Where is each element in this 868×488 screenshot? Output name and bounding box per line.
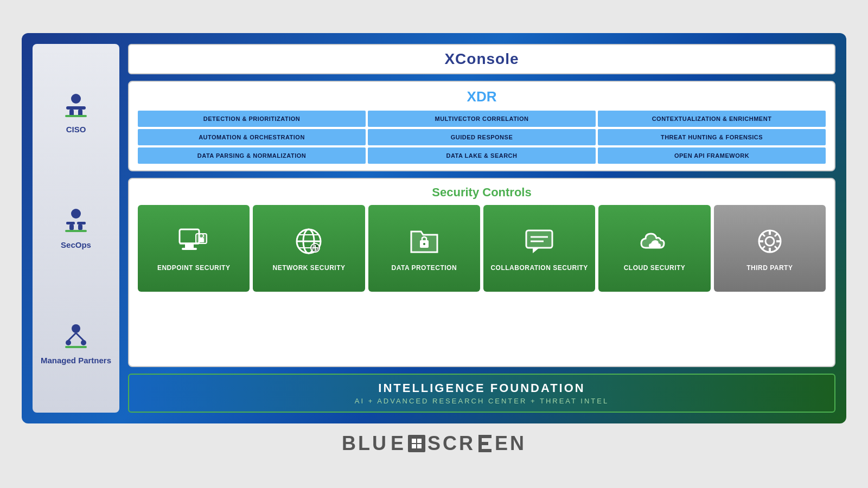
security-card-icon-1 [291, 224, 326, 259]
security-card-icon-2 [407, 224, 442, 259]
svg-rect-10 [65, 230, 87, 232]
security-card-4: CLOUD SECURITY [598, 205, 710, 292]
intel-title: INTELLIGENCE FOUNDATION [140, 381, 824, 395]
xdr-cell-7: DATA LAKE & SEARCH [368, 147, 596, 164]
svg-rect-48 [417, 439, 422, 443]
xconsole-bar: XConsole [128, 44, 835, 74]
managed-partners-icon [61, 322, 91, 352]
security-card-icon-0 [176, 224, 211, 259]
security-card-label-2: DATA PROTECTION [392, 264, 457, 273]
managed-partners-label: Managed Partners [41, 356, 111, 365]
security-card-icon-5 [752, 224, 787, 259]
security-card-0: ENDPOINT SECURITY [138, 205, 250, 292]
svg-line-45 [775, 233, 778, 236]
main-content-area: XConsole XDR DETECTION & PRIORITIZATIONM… [128, 44, 835, 413]
svg-point-33 [423, 243, 425, 245]
xdr-cell-8: OPEN API FRAMEWORK [598, 147, 826, 164]
svg-rect-22 [199, 238, 204, 242]
svg-rect-34 [526, 230, 552, 248]
logo-text-blue: BLU [342, 432, 388, 455]
security-card-label-0: ENDPOINT SECURITY [157, 264, 231, 273]
xdr-cell-5: THREAT HUNTING & FORENSICS [598, 129, 826, 145]
xdr-cell-2: CONTEXTUALIZATION & ENRICHMENT [598, 111, 826, 127]
security-controls-title: Security Controls [138, 185, 826, 200]
svg-line-46 [762, 246, 765, 249]
sidebar: CISO SecOps [33, 44, 119, 413]
logo-text-en: EN [495, 432, 526, 455]
security-card-1: NETWORK SECURITY [253, 205, 365, 292]
svg-point-5 [71, 209, 81, 219]
security-card-2: DATA PROTECTION [368, 205, 480, 292]
svg-rect-49 [412, 444, 416, 448]
svg-point-15 [81, 340, 86, 345]
logo-text-screen: SCR [427, 432, 475, 455]
logo-icon-box [408, 435, 425, 452]
security-card-label-1: NETWORK SECURITY [272, 264, 345, 273]
svg-rect-6 [66, 222, 75, 224]
xdr-grid: DETECTION & PRIORITIZATIONMULTIVECTOR CO… [138, 111, 826, 164]
security-card-5: THIRD PARTY [714, 205, 826, 292]
sidebar-item-secops: SecOps [61, 207, 91, 250]
svg-point-0 [71, 94, 81, 104]
xdr-title: XDR [138, 88, 826, 105]
svg-rect-47 [412, 439, 416, 443]
bluescreen-logo: BLUE SCR EN [342, 432, 526, 455]
svg-rect-50 [417, 444, 422, 448]
security-controls-section: Security Controls ENDPOINT SECURITY NETW… [128, 178, 835, 367]
sidebar-item-managed-partners: Managed Partners [41, 322, 111, 365]
svg-rect-4 [65, 115, 87, 117]
xdr-cell-1: MULTIVECTOR CORRELATION [368, 111, 596, 127]
svg-rect-20 [182, 248, 197, 250]
svg-rect-19 [185, 243, 194, 248]
security-card-icon-3 [522, 224, 557, 259]
xdr-cell-3: AUTOMATION & ORCHESTRATION [138, 129, 366, 145]
intel-subtitle: AI + ADVANCED RESEARCH CENTER + THREAT I… [140, 397, 824, 405]
svg-rect-1 [66, 106, 86, 110]
intelligence-foundation-bar: INTELLIGENCE FOUNDATION AI + ADVANCED RE… [128, 374, 835, 413]
sidebar-item-ciso: CISO [61, 91, 91, 134]
security-card-3: COLLABORATION SECURITY [483, 205, 595, 292]
security-card-label-3: COLLABORATION SECURITY [490, 264, 588, 273]
xdr-cell-6: DATA PARSING & NORMALIZATION [138, 147, 366, 164]
security-card-label-5: THIRD PARTY [746, 264, 793, 273]
security-card-icon-4 [637, 224, 672, 259]
svg-line-12 [68, 333, 76, 341]
xconsole-title: XConsole [444, 50, 519, 68]
svg-rect-16 [65, 346, 87, 348]
security-card-label-4: CLOUD SECURITY [624, 264, 686, 273]
logo-e-icon [477, 434, 493, 453]
security-grid: ENDPOINT SECURITY NETWORK SECURITY DATA … [138, 205, 826, 292]
ciso-icon [61, 91, 91, 121]
svg-line-13 [76, 333, 84, 341]
secops-icon [61, 207, 91, 237]
xdr-cell-0: DETECTION & PRIORITIZATION [138, 111, 366, 127]
svg-rect-54 [478, 435, 482, 452]
ciso-label: CISO [66, 125, 86, 134]
svg-point-14 [66, 340, 71, 345]
svg-line-44 [775, 246, 778, 249]
svg-rect-7 [77, 222, 86, 224]
secops-label: SecOps [61, 240, 91, 250]
main-diagram: CISO SecOps [22, 33, 846, 423]
svg-line-43 [762, 233, 765, 236]
svg-point-11 [72, 324, 80, 333]
xdr-section: XDR DETECTION & PRIORITIZATIONMULTIVECTO… [128, 81, 835, 171]
svg-rect-9 [78, 224, 82, 230]
svg-point-38 [765, 237, 774, 246]
svg-rect-8 [69, 224, 74, 230]
xdr-cell-4: GUIDED RESPONSE [368, 129, 596, 145]
